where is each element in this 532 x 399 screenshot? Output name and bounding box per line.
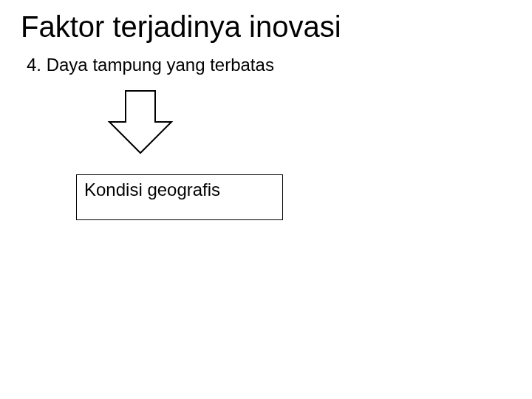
concept-box-label: Kondisi geografis [84, 180, 220, 200]
concept-box: Kondisi geografis [76, 174, 283, 220]
slide-title: Faktor terjadinya inovasi [21, 10, 341, 43]
svg-marker-0 [109, 91, 171, 153]
down-arrow-icon [103, 85, 177, 162]
slide-subtitle: 4. Daya tampung yang terbatas [27, 55, 274, 75]
slide: Faktor terjadinya inovasi 4. Daya tampun… [0, 0, 532, 399]
